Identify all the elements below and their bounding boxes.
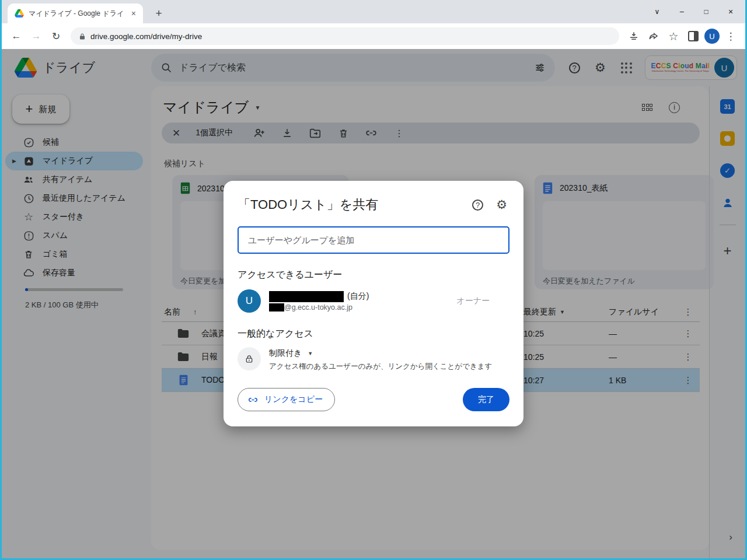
general-access-heading: 一般的なアクセス [238,328,509,340]
window-maximize-icon[interactable]: □ [694,3,718,20]
side-panel-icon[interactable] [685,27,702,45]
drive-app: ドライブ ? ⚙ [2,49,745,558]
owner-email-suffix: @g.ecc.u-tokyo.ac.jp [284,303,352,312]
browser-menu-icon[interactable]: ⋮ [722,27,739,45]
browser-navbar: ← → ↻ drive.google.com/drive/my-drive ☆ … [2,23,745,49]
share-dialog: 「TODOリスト」を共有 ? ⚙ アクセスできるユーザー U (自分) [224,181,523,426]
bookmark-star-icon[interactable]: ☆ [665,27,682,45]
install-download-icon[interactable] [625,27,643,45]
add-people-input[interactable] [238,226,509,254]
drive-favicon [15,9,24,18]
screen: マイドライブ - Google ドライブ × + ∨ − □ × ← → ↻ d… [0,0,747,560]
share-settings-gear-icon[interactable]: ⚙ [496,198,507,212]
tls-lock-icon [79,33,86,40]
url-text: drive.google.com/drive/my-drive [90,32,202,41]
owner-self-label: (自分) [347,291,369,302]
window-menu-chevron-icon[interactable]: ∨ [645,3,669,20]
general-access-row: 制限付き ▼ アクセス権のあるユーザーのみが、リンクから開くことができます [238,347,509,372]
window-close-icon[interactable]: × [718,3,743,20]
access-caret-down-icon: ▼ [308,351,313,356]
owner-row[interactable]: U (自分) @g.ecc.u-tokyo.ac.jp オーナー [238,289,509,313]
redacted-owner-email [269,303,284,312]
window-minimize-icon[interactable]: − [669,3,694,20]
browser-avatar[interactable]: U [704,29,720,44]
people-with-access-heading: アクセスできるユーザー [238,269,509,281]
access-level-label: 制限付き [269,348,302,359]
owner-avatar: U [238,289,261,313]
tab-title: マイドライブ - Google ドライブ [29,9,124,19]
address-bar[interactable]: drive.google.com/drive/my-drive [71,27,619,45]
owner-role-label: オーナー [456,296,509,306]
copy-link-label: リンクをコピー [264,394,323,405]
new-tab-button[interactable]: + [151,6,166,21]
done-button[interactable]: 完了 [463,388,509,411]
redacted-owner-name [269,291,344,302]
link-icon [247,394,259,405]
browser-tabstrip: マイドライブ - Google ドライブ × + ∨ − □ × [2,0,745,23]
tab-close-icon[interactable]: × [129,9,138,18]
access-description: アクセス権のあるユーザーのみが、リンクから開くことができます [269,362,492,372]
share-help-icon[interactable]: ? [472,200,483,211]
share-dialog-title: 「TODOリスト」を共有 [238,196,472,214]
forward-icon[interactable]: → [27,27,45,45]
reload-icon[interactable]: ↻ [47,27,65,45]
browser-tab[interactable]: マイドライブ - Google ドライブ × [8,4,143,23]
copy-link-button[interactable]: リンクをコピー [238,388,335,411]
back-icon[interactable]: ← [8,27,25,45]
lock-icon [238,347,261,370]
access-level-dropdown[interactable]: 制限付き ▼ [269,347,492,359]
share-icon[interactable] [645,27,662,45]
